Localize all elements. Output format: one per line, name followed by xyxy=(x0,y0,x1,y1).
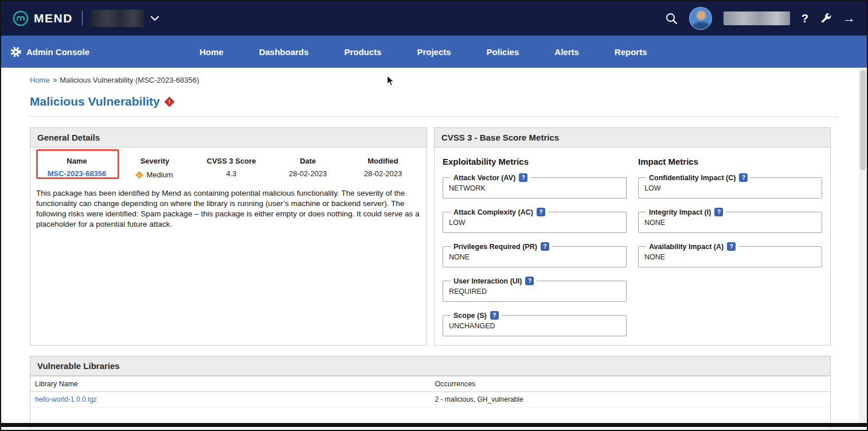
app-window: MEND ? xyxy=(0,0,868,431)
nav-item-alerts[interactable]: Alerts xyxy=(554,47,579,57)
library-link[interactable]: hello-world-1.0.0.tgz xyxy=(35,395,97,403)
gd-column-date: Date 28-02-2023 xyxy=(273,153,343,179)
org-name-redacted xyxy=(91,10,144,27)
search-icon[interactable] xyxy=(665,12,678,25)
window-bottom-border xyxy=(1,423,867,427)
date-value: 28-02-2023 xyxy=(289,169,327,178)
column-header-library-name: Library Name xyxy=(30,376,431,392)
vulnerability-id-link[interactable]: MSC-2023-68356 xyxy=(48,169,107,178)
gd-column-name: Name MSC-2023-68356 xyxy=(34,153,120,179)
gd-column-modified: Modified 28-02-2023 xyxy=(343,153,423,179)
help-badge-icon[interactable]: ? xyxy=(727,242,736,251)
nav-item-reports[interactable]: Reports xyxy=(615,47,647,57)
help-badge-icon[interactable]: ? xyxy=(519,173,527,182)
impact-metrics-column: Impact Metrics Confidentiality Impact (C… xyxy=(638,153,822,345)
breadcrumb-current: Malicious Vulnerability (MSC-2023-68356) xyxy=(60,76,199,84)
logout-arrow-icon[interactable]: → xyxy=(843,12,855,25)
metric-value: LOW xyxy=(449,217,620,227)
vulnerable-libraries-table: Library Name Occurrences hello-world-1.0… xyxy=(30,376,830,407)
page-content: Home>Malicious Vulnerability (MSC-2023-6… xyxy=(1,68,867,431)
gd-header-cvss: CVSS 3 Score xyxy=(190,153,273,169)
nav-item-policies[interactable]: Policies xyxy=(487,47,519,57)
general-details-panel: General Details Name MSC-2023-68356 Seve… xyxy=(30,127,427,345)
metric-label: Availability Impact (A) xyxy=(649,243,724,251)
wrench-icon[interactable] xyxy=(820,13,831,24)
nav-item-products[interactable]: Products xyxy=(344,47,381,57)
metric-privileges-required: Privileges Required (PR)? NONE xyxy=(443,242,627,267)
occurrences-value: 2 - malicious, GH_vulnerable xyxy=(431,392,831,407)
table-row: hello-world-1.0.0.tgz 2 - malicious, GH_… xyxy=(30,392,830,407)
help-badge-icon[interactable]: ? xyxy=(490,311,499,320)
general-details-table: Name MSC-2023-68356 Severity ! Medium CV… xyxy=(30,147,427,179)
top-bar: MEND ? xyxy=(1,1,867,36)
metric-label: Integrity Impact (I) xyxy=(649,208,711,216)
exploitability-metrics-column: Exploitability Metrics Attack Vector (AV… xyxy=(443,153,627,345)
scrollbar-thumb[interactable] xyxy=(860,70,866,170)
topbar-actions: ? → xyxy=(665,7,855,30)
brand-name: MEND xyxy=(34,11,73,25)
nav-item-projects[interactable]: Projects xyxy=(417,47,451,57)
admin-console-link[interactable]: Admin Console xyxy=(10,46,89,57)
admin-console-label: Admin Console xyxy=(26,47,89,57)
metric-label: Confidentiality Impact (C) xyxy=(649,174,736,182)
mend-logo-icon xyxy=(13,10,29,26)
table-header-row: Library Name Occurrences xyxy=(30,376,830,392)
metric-value: UNCHANGED xyxy=(449,320,620,330)
gd-column-cvss: CVSS 3 Score 4.3 xyxy=(190,153,273,179)
help-badge-icon[interactable]: ? xyxy=(714,208,723,216)
gd-header-modified: Modified xyxy=(343,153,423,169)
mend-logo[interactable]: MEND xyxy=(13,10,73,26)
help-badge-icon[interactable]: ? xyxy=(525,277,534,285)
general-details-header: General Details xyxy=(30,128,427,147)
metric-attack-complexity: Attack Complexity (AC)? LOW xyxy=(443,208,627,233)
severity-value: Medium xyxy=(146,170,173,179)
metric-label: User Interaction (UI) xyxy=(453,277,522,285)
metric-value: NONE xyxy=(449,251,620,261)
topbar-divider xyxy=(82,11,83,26)
username-redacted xyxy=(724,11,790,25)
gd-header-date: Date xyxy=(273,153,343,169)
user-avatar[interactable] xyxy=(689,7,712,30)
chevron-down-icon xyxy=(150,15,159,21)
page-title: Malicious Vulnerability xyxy=(30,95,160,108)
help-badge-icon[interactable]: ? xyxy=(537,208,545,216)
gd-header-severity: Severity xyxy=(120,153,190,169)
metric-value: NETWORK xyxy=(449,183,620,192)
help-badge-icon[interactable]: ? xyxy=(739,173,748,182)
metric-value: NONE xyxy=(644,217,816,227)
help-badge-icon[interactable]: ? xyxy=(541,242,549,251)
nav-item-home[interactable]: Home xyxy=(200,47,224,57)
top-panels-row: General Details Name MSC-2023-68356 Seve… xyxy=(30,127,838,345)
medium-severity-icon: ! xyxy=(135,170,143,178)
nav-items: Home Dashboards Products Projects Polici… xyxy=(200,47,647,57)
impact-heading: Impact Metrics xyxy=(638,157,822,166)
modified-value: 28-02-2023 xyxy=(364,169,402,178)
cvss-metrics-header: CVSS 3 - Base Score Metrics xyxy=(435,128,830,147)
org-selector-dropdown[interactable] xyxy=(91,10,159,27)
nav-item-dashboards[interactable]: Dashboards xyxy=(259,47,309,57)
breadcrumb-home-link[interactable]: Home xyxy=(30,76,50,84)
breadcrumb-separator: > xyxy=(53,76,57,84)
page-title-row: Malicious Vulnerability ! xyxy=(30,90,838,117)
metric-availability-impact: Availability Impact (A)? NONE xyxy=(638,242,822,267)
metric-integrity-impact: Integrity Impact (I)? NONE xyxy=(638,208,822,233)
metric-label: Privileges Required (PR) xyxy=(453,243,537,251)
help-icon[interactable]: ? xyxy=(801,12,808,25)
vertical-scrollbar[interactable] xyxy=(859,69,867,423)
metric-scope: Scope (S)? UNCHANGED xyxy=(443,311,627,336)
column-header-occurrences: Occurrences xyxy=(431,376,831,392)
metric-user-interaction: User Interaction (UI)? REQUIRED xyxy=(443,277,627,302)
exploitability-heading: Exploitability Metrics xyxy=(443,157,627,166)
title-divider xyxy=(30,117,838,117)
vulnerable-libraries-header: Vulnerable Libraries xyxy=(30,356,830,376)
vulnerable-libraries-panel: Vulnerable Libraries Library Name Occurr… xyxy=(30,356,831,431)
gear-icon xyxy=(10,46,21,57)
metric-attack-vector: Attack Vector (AV)? NETWORK xyxy=(443,173,627,199)
cvss-metrics-panel: CVSS 3 - Base Score Metrics Exploitabili… xyxy=(434,127,831,345)
gd-header-name: Name xyxy=(34,153,120,169)
cvss-score-value: 4.3 xyxy=(226,169,236,178)
metric-label: Attack Vector (AV) xyxy=(453,174,515,182)
vulnerability-description: This package has been identified by Mend… xyxy=(30,179,427,230)
metric-label: Attack Complexity (AC) xyxy=(453,208,533,216)
gd-column-severity: Severity ! Medium xyxy=(120,153,190,179)
